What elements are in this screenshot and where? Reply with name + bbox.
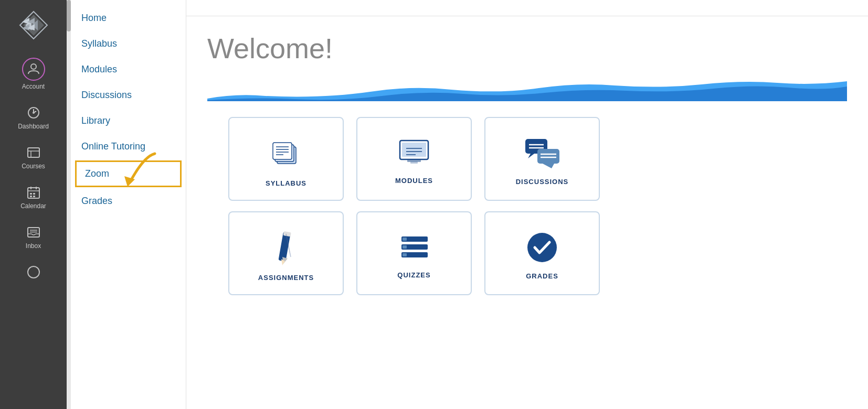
modules-icon: [396, 138, 432, 169]
scrollbar[interactable]: [67, 0, 71, 409]
inbox-label: Inbox: [26, 242, 41, 250]
sidebar-item-more[interactable]: [0, 257, 67, 289]
tile-syllabus[interactable]: SYLLABUS: [228, 117, 344, 201]
tile-modules[interactable]: MODULES: [356, 117, 472, 201]
account-avatar: [22, 58, 45, 81]
svg-rect-26: [273, 143, 292, 159]
syllabus-icon: [268, 135, 304, 172]
main-content: Welcome! SYL: [186, 0, 868, 409]
svg-rect-52: [403, 245, 407, 249]
tile-assignments-label: ASSIGNMENTS: [258, 274, 314, 282]
svg-rect-6: [28, 148, 39, 157]
tile-grades[interactable]: GRADES: [484, 211, 600, 295]
courses-icon: [26, 145, 41, 160]
tile-modules-label: MODULES: [395, 177, 433, 185]
more-icon: [26, 264, 41, 280]
svg-point-5: [33, 112, 35, 114]
svg-point-22: [28, 266, 39, 278]
main-header: [186, 0, 868, 16]
tile-assignments[interactable]: ASSIGNMENTS: [228, 211, 344, 295]
account-label: Account: [22, 83, 45, 90]
global-nav: Account Dashboard Courses: [0, 0, 67, 409]
course-nav-item-grades[interactable]: Grades: [71, 188, 186, 214]
logo-container[interactable]: [0, 0, 67, 50]
grades-icon: [525, 231, 559, 265]
sidebar-item-courses[interactable]: Courses: [0, 137, 67, 177]
welcome-title: Welcome!: [207, 32, 847, 64]
course-nav-item-home[interactable]: Home: [71, 5, 186, 31]
scrollbar-thumb[interactable]: [67, 0, 71, 31]
assignments-icon: [272, 230, 301, 266]
tile-discussions[interactable]: DISCUSSIONS: [484, 117, 600, 201]
svg-point-3: [31, 64, 36, 69]
sidebar-item-inbox[interactable]: Inbox: [0, 217, 67, 257]
svg-rect-13: [30, 193, 32, 195]
welcome-section: Welcome! SYL: [186, 16, 868, 306]
discussions-icon: [523, 136, 562, 170]
tile-discussions-label: DISCUSSIONS: [516, 178, 569, 186]
svg-rect-14: [33, 193, 35, 195]
course-nav-item-discussions[interactable]: Discussions: [71, 82, 186, 108]
dashboard-icon: [26, 105, 41, 121]
calendar-label: Calendar: [20, 202, 46, 210]
svg-rect-16: [33, 196, 35, 197]
course-nav-item-modules[interactable]: Modules: [71, 57, 186, 82]
svg-rect-51: [403, 238, 407, 241]
tiles-grid: SYLLABUS MODULES: [207, 117, 847, 295]
sidebar-item-calendar[interactable]: Calendar: [0, 177, 67, 217]
svg-rect-53: [403, 253, 407, 256]
svg-point-54: [527, 233, 557, 262]
app-logo-icon: [18, 9, 49, 41]
courses-label: Courses: [22, 163, 45, 170]
tile-quizzes[interactable]: QUIZZES: [356, 211, 472, 295]
sidebar-item-account[interactable]: Account: [0, 50, 67, 98]
wave-decoration: [207, 70, 847, 101]
tile-syllabus-label: SYLLABUS: [266, 179, 306, 187]
sidebar-item-dashboard[interactable]: Dashboard: [0, 98, 67, 137]
calendar-icon: [26, 185, 41, 200]
svg-rect-41: [537, 149, 559, 164]
tile-grades-label: GRADES: [526, 272, 558, 280]
inbox-icon: [26, 224, 41, 240]
course-nav: Home Syllabus Modules Discussions Librar…: [71, 0, 186, 409]
course-nav-item-online-tutoring[interactable]: Online Tutoring: [71, 134, 186, 159]
course-nav-item-syllabus[interactable]: Syllabus: [71, 31, 186, 57]
svg-rect-15: [30, 196, 32, 197]
quizzes-icon: [397, 232, 431, 264]
svg-rect-34: [410, 162, 418, 164]
course-nav-item-zoom[interactable]: Zoom: [75, 160, 182, 187]
course-nav-item-library[interactable]: Library: [71, 108, 186, 134]
tile-quizzes-label: QUIZZES: [397, 271, 430, 279]
dashboard-label: Dashboard: [18, 123, 49, 130]
